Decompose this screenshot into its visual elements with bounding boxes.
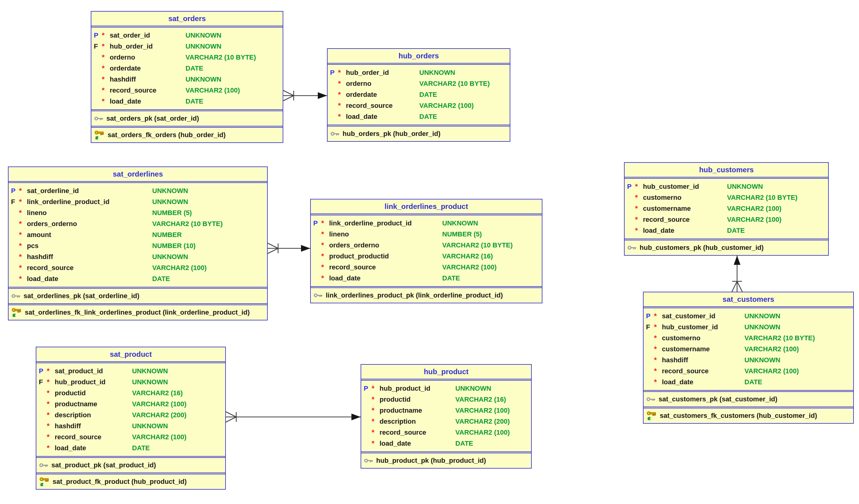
table-title-bar[interactable]: sat_customers [644, 292, 853, 306]
column-row[interactable]: F*hub_order_idUNKNOWN [91, 41, 283, 52]
column-row[interactable]: *productidVARCHAR2 (16) [36, 387, 225, 399]
column-name: hashdiff [55, 421, 132, 432]
table-title-bar[interactable]: sat_orderlines [9, 167, 267, 181]
column-row[interactable]: P*sat_customer_idUNKNOWN [644, 311, 853, 322]
column-row[interactable]: *customernameVARCHAR2 (100) [644, 343, 853, 355]
column-row[interactable]: *record_sourceVARCHAR2 (100) [361, 427, 531, 438]
column-row[interactable]: *record_sourceVARCHAR2 (100) [644, 366, 853, 377]
column-row[interactable]: *productidVARCHAR2 (16) [361, 394, 531, 405]
column-row[interactable]: P*sat_product_idUNKNOWN [36, 366, 225, 377]
column-row[interactable]: *descriptionVARCHAR2 (200) [36, 410, 225, 421]
column-row[interactable]: *load_dateDATE [328, 111, 510, 122]
fk-key-icon [39, 477, 50, 487]
relationship-sat_orders-to-hub_orders[interactable] [283, 90, 327, 101]
column-row[interactable]: *orderdateDATE [91, 63, 283, 74]
column-row[interactable]: *customernoVARCHAR2 (10 BYTE) [644, 333, 853, 343]
column-row[interactable]: *amountNUMBER [9, 229, 267, 240]
column-datatype: VARCHAR2 (100) [185, 85, 240, 96]
column-name: link_orderline_product_id [27, 196, 152, 208]
table-title-bar[interactable]: sat_orders [91, 12, 283, 26]
column-row[interactable]: *record_sourceVARCHAR2 (100) [9, 262, 267, 273]
column-row[interactable]: *ordernoVARCHAR2 (10 BYTE) [91, 52, 283, 63]
column-row[interactable]: P*sat_order_idUNKNOWN [91, 30, 283, 41]
column-row[interactable]: *orderdateDATE [328, 89, 510, 100]
column-row[interactable]: *load_dateDATE [311, 273, 542, 284]
column-row[interactable]: *descriptionVARCHAR2 (200) [361, 416, 531, 427]
foreign-key-row[interactable]: sat_product_fk_product (hub_product_id) [36, 474, 225, 489]
column-row[interactable]: *record_sourceVARCHAR2 (100) [311, 262, 542, 273]
column-row[interactable]: *hashdiffUNKNOWN [36, 421, 225, 432]
column-row[interactable]: *load_dateDATE [9, 273, 267, 285]
relationship-sat_customers-to-hub_customers[interactable] [732, 256, 742, 292]
column-row[interactable]: *hashdiffUNKNOWN [9, 251, 267, 262]
column-row[interactable]: *productnameVARCHAR2 (100) [36, 399, 225, 410]
column-name: lineno [27, 208, 152, 218]
foreign-key-row[interactable]: sat_customers_fk_customers (hub_customer… [644, 408, 853, 423]
mandatory-marker: * [102, 63, 110, 74]
column-row[interactable]: P*hub_product_idUNKNOWN [361, 383, 531, 394]
column-datatype: NUMBER (5) [152, 208, 192, 218]
table-title-bar[interactable]: hub_orders [328, 49, 510, 63]
column-row[interactable]: F*hub_customer_idUNKNOWN [644, 322, 853, 333]
foreign-key-row[interactable]: sat_orders_fk_orders (hub_order_id) [91, 128, 283, 142]
primary-key-row[interactable]: link_orderlines_product_pk (link_orderli… [311, 288, 542, 303]
relationship-sat_product-to-hub_product[interactable] [226, 412, 361, 422]
column-row[interactable]: *pcsNUMBER (10) [9, 240, 267, 251]
column-row[interactable]: *linenoNUMBER (5) [9, 208, 267, 218]
table-sat_orders[interactable]: sat_ordersP*sat_order_idUNKNOWNF*hub_ord… [91, 11, 283, 143]
mandatory-marker: * [654, 366, 662, 377]
column-row[interactable]: P*hub_customer_idUNKNOWN [624, 181, 828, 192]
column-row[interactable]: *ordernoVARCHAR2 (10 BYTE) [328, 78, 510, 89]
column-row[interactable]: *load_dateDATE [644, 377, 853, 387]
table-sat_product[interactable]: sat_productP*sat_product_idUNKNOWNF*hub_… [36, 347, 226, 490]
column-row[interactable]: *load_dateDATE [361, 438, 531, 449]
table-title-bar[interactable]: hub_customers [624, 163, 828, 177]
column-row[interactable]: *product_productidVARCHAR2 (16) [311, 251, 542, 262]
column-row[interactable]: P*hub_order_idUNKNOWN [328, 67, 510, 78]
column-row[interactable]: *load_dateDATE [624, 225, 828, 236]
primary-key-row[interactable]: sat_product_pk (sat_product_id) [36, 458, 225, 473]
primary-key-row[interactable]: sat_orderlines_pk (sat_orderline_id) [9, 289, 267, 303]
foreign-key-label: sat_customers_fk_customers (hub_customer… [660, 412, 817, 420]
primary-key-row[interactable]: hub_product_pk (hub_product_id) [361, 453, 531, 468]
column-row[interactable]: F*hub_product_idUNKNOWN [36, 377, 225, 387]
column-row[interactable]: *linenoNUMBER (5) [311, 229, 542, 240]
column-row[interactable]: *orders_ordernoVARCHAR2 (10 BYTE) [9, 218, 267, 229]
column-row[interactable]: P*link_orderline_product_idUNKNOWN [311, 218, 542, 229]
relationship-sat_orderlines-to-link_orderlines_product[interactable] [268, 243, 310, 254]
mandatory-marker: * [19, 229, 27, 240]
column-row[interactable]: *customernameVARCHAR2 (100) [624, 203, 828, 214]
table-title-bar[interactable]: link_orderlines_product [311, 199, 542, 214]
column-row[interactable]: *record_sourceVARCHAR2 (100) [328, 100, 510, 111]
table-title-bar[interactable]: hub_product [361, 365, 531, 379]
column-row[interactable]: *load_dateDATE [91, 96, 283, 107]
table-link_orderlines_product[interactable]: link_orderlines_productP*link_orderline_… [310, 199, 542, 303]
primary-key-row[interactable]: hub_orders_pk (hub_order_id) [328, 126, 510, 141]
column-row[interactable]: *record_sourceVARCHAR2 (100) [36, 432, 225, 443]
foreign-key-row[interactable]: sat_orderlines_fk_link_orderlines_produc… [9, 305, 267, 320]
column-name: hub_order_id [110, 41, 185, 52]
primary-key-row[interactable]: sat_customers_pk (sat_customer_id) [644, 392, 853, 407]
column-datatype: UNKNOWN [744, 322, 780, 333]
column-row[interactable]: *record_sourceVARCHAR2 (100) [624, 214, 828, 225]
table-title-bar[interactable]: sat_product [36, 347, 225, 361]
column-row[interactable]: P*sat_orderline_idUNKNOWN [9, 185, 267, 196]
columns-compartment: P*sat_product_idUNKNOWNF*hub_product_idU… [36, 363, 225, 456]
column-row[interactable]: *customernoVARCHAR2 (10 BYTE) [624, 192, 828, 203]
table-hub_customers[interactable]: hub_customersP*hub_customer_idUNKNOWN*cu… [624, 162, 829, 256]
primary-key-row[interactable]: sat_orders_pk (sat_order_id) [91, 111, 283, 126]
column-row[interactable]: *hashdiffUNKNOWN [91, 74, 283, 85]
column-row[interactable]: *orders_ordernoVARCHAR2 (10 BYTE) [311, 240, 542, 251]
table-hub_product[interactable]: hub_productP*hub_product_idUNKNOWN*produ… [361, 364, 532, 469]
column-row[interactable]: F*link_orderline_product_idUNKNOWN [9, 196, 267, 208]
primary-key-row[interactable]: hub_customers_pk (hub_customer_id) [624, 240, 828, 255]
table-hub_orders[interactable]: hub_ordersP*hub_order_idUNKNOWN*ordernoV… [327, 48, 510, 142]
column-row[interactable]: *load_dateDATE [36, 443, 225, 454]
columns-compartment: P*sat_orderline_idUNKNOWNF*link_orderlin… [9, 183, 267, 287]
column-name: description [55, 410, 132, 421]
column-row[interactable]: *productnameVARCHAR2 (100) [361, 405, 531, 416]
column-row[interactable]: *record_sourceVARCHAR2 (100) [91, 85, 283, 96]
table-sat_orderlines[interactable]: sat_orderlinesP*sat_orderline_idUNKNOWNF… [8, 167, 268, 320]
column-row[interactable]: *hashdiffUNKNOWN [644, 355, 853, 366]
table-sat_customers[interactable]: sat_customersP*sat_customer_idUNKNOWNF*h… [643, 292, 854, 424]
